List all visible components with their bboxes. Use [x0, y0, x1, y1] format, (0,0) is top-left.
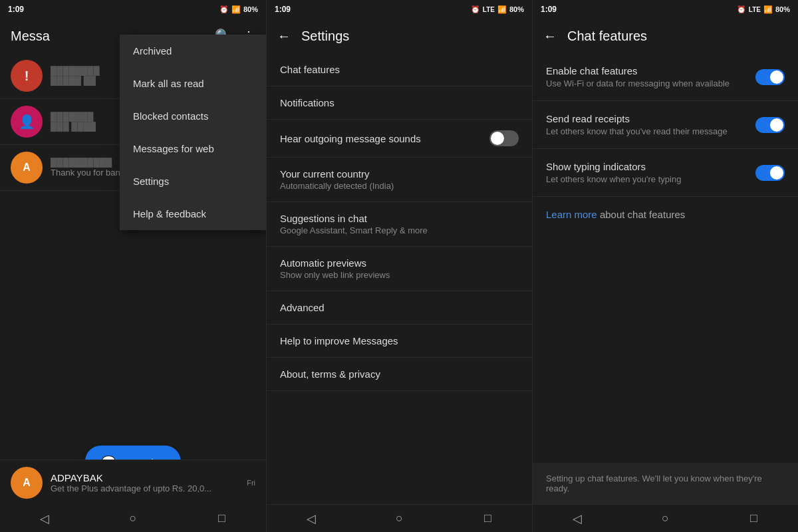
- feature-title: Show typing indicators: [546, 161, 745, 172]
- panel-chat-features: 1:09 ⏰ LTE 📶 80% ← Chat features Enable …: [532, 0, 798, 532]
- settings-item-help[interactable]: Help to improve Messages: [267, 325, 532, 358]
- adpay-time: Fri: [247, 479, 255, 487]
- footer-note-text: Setting up chat features. We'll let you …: [546, 473, 762, 493]
- settings-item-previews[interactable]: Automatic previews Show only web link pr…: [267, 247, 532, 291]
- nav-bar-3: ◁ ○ □: [533, 504, 798, 532]
- settings-item-advanced[interactable]: Advanced: [267, 291, 532, 325]
- alarm-icon-2: ⏰: [471, 5, 480, 14]
- back-nav-button-3[interactable]: ◁: [567, 508, 588, 529]
- toggle-knob: [491, 132, 504, 145]
- alarm-icon-3: ⏰: [737, 5, 746, 14]
- settings-item-suggestions[interactable]: Suggestions in chat Google Assistant, Sm…: [267, 202, 532, 247]
- avatar: A: [11, 467, 43, 499]
- signal-icon: 📶: [231, 5, 241, 14]
- recent-nav-button-3[interactable]: □: [743, 508, 765, 529]
- home-nav-button-3[interactable]: ○: [655, 508, 676, 529]
- settings-list: Chat features Notifications Hear outgoin…: [267, 53, 532, 504]
- settings-item-country[interactable]: Your current country Automatically detec…: [267, 158, 532, 202]
- adpay-preview: Get the Plus advantage of upto Rs. 20,0.…: [51, 483, 241, 493]
- settings-back-button[interactable]: ←: [277, 29, 291, 44]
- adpay-row[interactable]: A ADPAYBAK Get the Plus advantage of upt…: [0, 460, 266, 505]
- settings-item-title: About, terms & privacy: [280, 368, 519, 380]
- status-bar-3: 1:09 ⏰ LTE 📶 80%: [533, 0, 798, 19]
- settings-item-notifications[interactable]: Notifications: [267, 86, 532, 120]
- nav-bar-2: ◁ ○ □: [267, 504, 532, 532]
- settings-item-title: Chat features: [280, 64, 519, 75]
- feature-item-enable[interactable]: Enable chat features Use Wi-Fi or data f…: [533, 53, 798, 101]
- chat-features-title: Chat features: [567, 29, 647, 44]
- chat-footer-note: Setting up chat features. We'll let you …: [533, 463, 798, 504]
- dropdown-menu: Archived Mark all as read Blocked contac…: [120, 35, 266, 230]
- settings-item-title: Automatic previews: [280, 257, 519, 269]
- learn-more-row: Learn more about chat features: [533, 197, 798, 232]
- avatar: A: [11, 152, 43, 184]
- nav-bar-1: ◁ ○ □: [0, 504, 266, 532]
- dropdown-item-mark-all-read[interactable]: Mark all as read: [120, 67, 266, 100]
- recent-nav-button-2[interactable]: □: [477, 508, 499, 529]
- back-nav-button[interactable]: ◁: [34, 508, 55, 529]
- time-1: 1:09: [8, 5, 24, 14]
- enable-chat-toggle[interactable]: [755, 69, 785, 85]
- settings-item-sub: Automatically detected (India): [280, 181, 519, 191]
- status-icons-1: ⏰ 📶 80%: [219, 5, 258, 14]
- feature-sub: Let others know that you've read their m…: [546, 126, 745, 136]
- settings-item-sub: Show only web link previews: [280, 270, 519, 280]
- panel-messages: 1:09 ⏰ 📶 80% Messa 🔍 ⋮ ! ████████ █████ …: [0, 0, 266, 532]
- dropdown-item-messages-web[interactable]: Messages for web: [120, 132, 266, 165]
- feature-title: Enable chat features: [546, 65, 745, 76]
- settings-item-title: Help to improve Messages: [280, 335, 519, 346]
- battery-3: 80%: [775, 5, 790, 13]
- toggle-knob: [770, 118, 783, 132]
- settings-item-title: Notifications: [280, 97, 519, 108]
- settings-item-sounds[interactable]: Hear outgoing message sounds: [267, 120, 532, 158]
- settings-item-about[interactable]: About, terms & privacy: [267, 358, 532, 391]
- avatar: 👤: [11, 106, 43, 138]
- signal-icon-2: 📶: [497, 5, 507, 14]
- time-3: 1:09: [541, 5, 557, 14]
- sounds-toggle[interactable]: [489, 130, 519, 146]
- messages-title: Messa: [11, 29, 50, 44]
- settings-item-title: Suggestions in chat: [280, 213, 519, 224]
- time-2: 1:09: [275, 5, 291, 14]
- settings-item-chat-features[interactable]: Chat features: [267, 53, 532, 86]
- home-nav-button[interactable]: ○: [122, 508, 144, 529]
- signal-icon-3: 📶: [763, 5, 773, 14]
- status-icons-3: ⏰ LTE 📶 80%: [737, 5, 790, 14]
- status-bar-2: 1:09 ⏰ LTE 📶 80%: [267, 0, 532, 19]
- avatar: !: [11, 60, 43, 92]
- settings-item-title: Advanced: [280, 302, 519, 313]
- lte-icon-3: LTE: [749, 6, 761, 13]
- dropdown-item-blocked[interactable]: Blocked contacts: [120, 100, 266, 132]
- read-receipts-toggle[interactable]: [755, 117, 785, 133]
- feature-item-typing[interactable]: Show typing indicators Let others know w…: [533, 149, 798, 197]
- typing-indicators-toggle[interactable]: [755, 165, 785, 181]
- toggle-knob: [770, 166, 783, 180]
- back-nav-button-2[interactable]: ◁: [301, 508, 322, 529]
- chat-features-header: ← Chat features: [533, 19, 798, 53]
- status-bar-1: 1:09 ⏰ 📶 80%: [0, 0, 266, 19]
- recent-nav-button[interactable]: □: [211, 508, 232, 529]
- toggle-knob: [770, 70, 783, 84]
- feature-sub: Use Wi-Fi or data for messaging when ava…: [546, 78, 745, 88]
- home-nav-button-2[interactable]: ○: [389, 508, 410, 529]
- settings-page-title: Settings: [301, 29, 349, 44]
- feature-item-read-receipts[interactable]: Send read receipts Let others know that …: [533, 101, 798, 149]
- learn-more-link[interactable]: Learn more: [546, 209, 597, 220]
- settings-header: ← Settings: [267, 19, 532, 53]
- settings-item-sub: Google Assistant, Smart Reply & more: [280, 225, 519, 235]
- battery-1: 80%: [243, 5, 258, 13]
- dropdown-item-archived[interactable]: Archived: [120, 35, 266, 67]
- feature-title: Send read receipts: [546, 113, 745, 124]
- panel-settings: 1:09 ⏰ LTE 📶 80% ← Settings Chat feature…: [266, 0, 532, 532]
- chat-back-button[interactable]: ←: [543, 29, 557, 44]
- chat-features-list: Enable chat features Use Wi-Fi or data f…: [533, 53, 798, 463]
- dropdown-item-settings[interactable]: Settings: [120, 165, 266, 198]
- feature-sub: Let others know when you're typing: [546, 174, 745, 184]
- alarm-icon: ⏰: [219, 5, 229, 14]
- lte-icon: LTE: [483, 6, 495, 13]
- learn-more-suffix: about chat features: [600, 209, 685, 220]
- battery-2: 80%: [509, 5, 524, 13]
- status-icons-2: ⏰ LTE 📶 80%: [471, 5, 524, 14]
- dropdown-item-help[interactable]: Help & feedback: [120, 198, 266, 230]
- settings-item-title: Your current country: [280, 168, 519, 180]
